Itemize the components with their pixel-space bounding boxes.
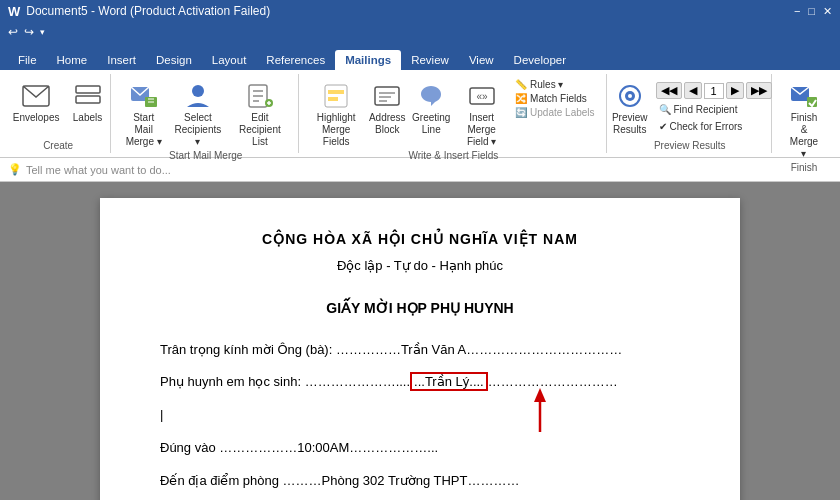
update-labels-label: Update Labels (530, 107, 595, 118)
check-for-errors-button[interactable]: ✔ Check for Errors (656, 120, 772, 133)
line-4-text: Đến địa điểm phòng ………Phòng 302 Trường T… (160, 473, 519, 488)
preview-results-icon (614, 80, 646, 112)
preview-results-buttons: PreviewResults ◀◀ ◀ 1 ▶ ▶▶ 🔍 Find Recipi… (608, 74, 772, 140)
tab-layout[interactable]: Layout (202, 50, 257, 70)
check-for-errors-icon: ✔ (659, 121, 667, 132)
tell-me-placeholder: Tell me what you want to do... (26, 164, 171, 176)
labels-button[interactable]: Labels (68, 78, 108, 126)
select-recipients-icon (182, 80, 214, 112)
insert-merge-field-icon: «» (466, 80, 498, 112)
title-bar-left: W Document5 - Word (Product Activation F… (8, 4, 270, 19)
insert-merge-field-label: Insert MergeField ▾ (459, 112, 504, 148)
edit-recipient-list-icon (244, 80, 276, 112)
rules-button[interactable]: 📏 Rules ▾ (512, 78, 598, 91)
svg-point-26 (628, 94, 632, 98)
first-record-button[interactable]: ◀◀ (656, 82, 682, 99)
address-block-icon (371, 80, 403, 112)
svg-rect-16 (328, 90, 344, 94)
word-icon: W (8, 4, 20, 19)
greeting-line-icon (415, 80, 447, 112)
cursor-indicator: | (160, 407, 163, 422)
tab-view[interactable]: View (459, 50, 504, 70)
tab-review[interactable]: Review (401, 50, 459, 70)
update-labels-icon: 🔄 (515, 107, 527, 118)
find-recipient-button[interactable]: 🔍 Find Recipient (656, 103, 772, 116)
svg-marker-30 (534, 388, 546, 402)
find-recipient-icon: 🔍 (659, 104, 671, 115)
close-button[interactable]: ✕ (823, 5, 832, 18)
customize-qa-button[interactable]: ▾ (40, 27, 45, 37)
title-bar: W Document5 - Word (Product Activation F… (0, 0, 840, 22)
svg-point-7 (192, 85, 204, 97)
record-navigation: ◀◀ ◀ 1 ▶ ▶▶ (656, 82, 772, 99)
page-title: GIẤY MỜI HỌP PHỤ HUYNH (160, 297, 680, 319)
match-fields-icon: 🔀 (515, 93, 527, 104)
preview-results-group-label: Preview Results (654, 140, 726, 153)
start-mail-merge-label: Start MailMerge ▾ (125, 112, 162, 148)
labels-label: Labels (73, 112, 102, 124)
line-1-text: Trân trọng kính mời Ông (bà): ……………Trần … (160, 342, 622, 357)
preview-results-label: PreviewResults (612, 112, 648, 136)
prev-record-button[interactable]: ◀ (684, 82, 702, 99)
last-record-button[interactable]: ▶▶ (746, 82, 772, 99)
tab-file[interactable]: File (8, 50, 47, 70)
highlight-merge-fields-button[interactable]: HighlightMerge Fields (309, 78, 363, 150)
create-buttons: Envelopes Labels (9, 74, 108, 140)
minimize-button[interactable]: − (794, 5, 800, 18)
labels-icon (72, 80, 104, 112)
write-insert-small-buttons: 📏 Rules ▾ 🔀 Match Fields 🔄 Update Labels (512, 78, 598, 119)
envelopes-button[interactable]: Envelopes (9, 78, 64, 126)
tab-references[interactable]: References (256, 50, 335, 70)
highlighted-merge-field: ...Trần Lý.... (410, 372, 488, 391)
document-title: Document5 - Word (Product Activation Fai… (26, 4, 270, 18)
match-fields-button[interactable]: 🔀 Match Fields (512, 92, 598, 105)
line-cursor: | (160, 405, 680, 426)
lightbulb-icon: 💡 (8, 163, 22, 176)
edit-recipient-list-button[interactable]: EditRecipient List (230, 78, 290, 150)
svg-rect-15 (325, 85, 347, 107)
ribbon-group-write-insert: HighlightMerge Fields AddressBlock (301, 74, 606, 153)
tab-insert[interactable]: Insert (97, 50, 146, 70)
select-recipients-button[interactable]: SelectRecipients ▾ (170, 78, 226, 150)
write-insert-group-label: Write & Insert Fields (408, 150, 498, 163)
svg-rect-1 (76, 86, 100, 93)
tab-developer[interactable]: Developer (504, 50, 576, 70)
insert-merge-field-button[interactable]: «» Insert MergeField ▾ (455, 78, 508, 150)
finish-merge-label: Finish &Merge ▾ (786, 112, 822, 160)
finish-merge-button[interactable]: Finish &Merge ▾ (782, 78, 826, 162)
greeting-line-label: GreetingLine (412, 112, 450, 136)
redo-button[interactable]: ↪ (24, 25, 34, 39)
rules-icon: 📏 (515, 79, 527, 90)
start-mail-merge-button[interactable]: Start MailMerge ▾ (121, 78, 166, 150)
window-controls[interactable]: − □ ✕ (794, 5, 832, 18)
write-insert-buttons: HighlightMerge Fields AddressBlock (309, 74, 597, 150)
tab-design[interactable]: Design (146, 50, 202, 70)
tab-home[interactable]: Home (47, 50, 98, 70)
address-block-label: AddressBlock (369, 112, 406, 136)
svg-rect-2 (76, 96, 100, 103)
tab-mailings[interactable]: Mailings (335, 50, 401, 70)
maximize-button[interactable]: □ (808, 5, 815, 18)
ribbon-group-create: Envelopes Labels Create (6, 74, 111, 153)
highlight-merge-fields-icon (320, 80, 352, 112)
select-recipients-label: SelectRecipients ▾ (174, 112, 222, 148)
edit-recipient-list-label: EditRecipient List (234, 112, 286, 148)
address-block-button[interactable]: AddressBlock (367, 78, 407, 138)
start-mail-merge-icon (128, 80, 160, 112)
svg-rect-18 (375, 87, 399, 105)
ribbon-group-finish: Finish &Merge ▾ Finish (774, 74, 834, 153)
quick-access-toolbar: ↩ ↪ ▾ (0, 22, 840, 42)
preview-results-button[interactable]: PreviewResults (608, 78, 652, 138)
page-header: CỘNG HÒA XÃ HỘI CHỦ NGHĨA VIỆT NAM (160, 228, 680, 250)
next-record-button[interactable]: ▶ (726, 82, 744, 99)
finish-group-label: Finish (791, 162, 818, 175)
page: CỘNG HÒA XÃ HỘI CHỦ NGHĨA VIỆT NAM Độc l… (100, 198, 740, 500)
update-labels-button[interactable]: 🔄 Update Labels (512, 106, 598, 119)
greeting-line-button[interactable]: GreetingLine (411, 78, 451, 138)
line-3-text: Đúng vào ………………10:00AM………………... (160, 440, 438, 455)
line-3: Đúng vào ………………10:00AM………………... (160, 438, 680, 459)
ribbon-tabs: File Home Insert Design Layout Reference… (0, 42, 840, 70)
record-number[interactable]: 1 (704, 83, 724, 99)
undo-button[interactable]: ↩ (8, 25, 18, 39)
svg-rect-17 (328, 97, 338, 101)
